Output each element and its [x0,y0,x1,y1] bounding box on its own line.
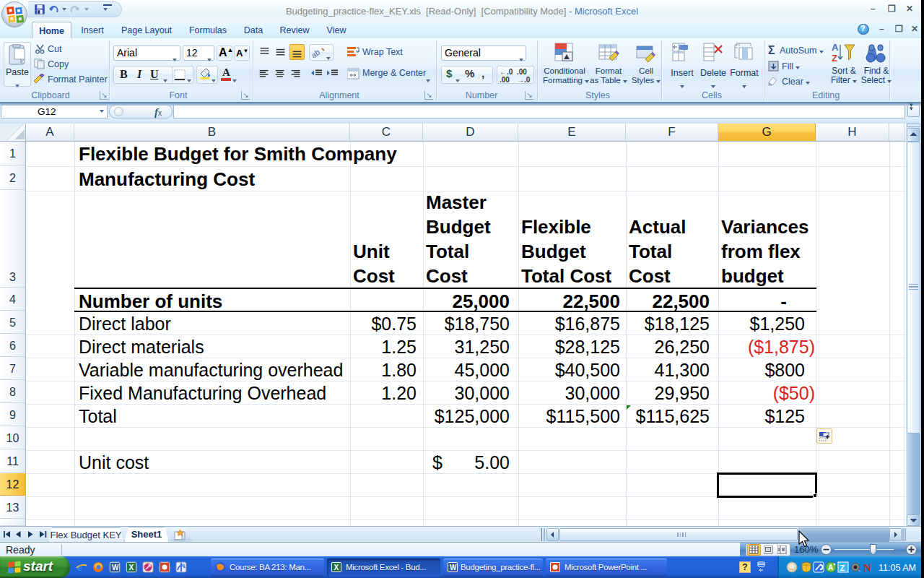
svg-text:W: W [112,564,119,571]
svg-text:A: A [832,42,839,53]
svg-text:Z: Z [840,564,845,572]
svg-text:W: W [450,564,457,571]
svg-text:X: X [334,564,339,571]
svg-text:X: X [129,564,134,571]
svg-text:Z: Z [832,53,837,64]
svg-text:A: A [828,564,833,571]
svg-text:ab: ab [312,48,321,58]
svg-text:N: N [863,562,871,574]
